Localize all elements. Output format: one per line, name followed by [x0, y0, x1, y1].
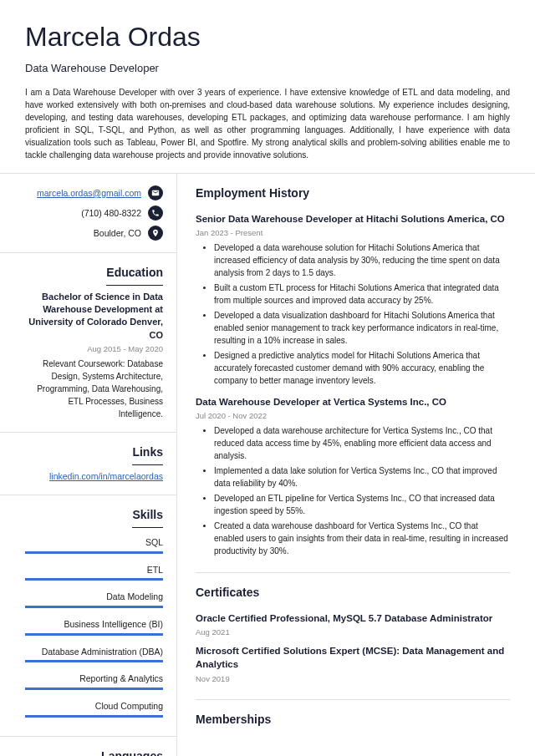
employment-heading: Employment History: [196, 185, 510, 205]
skill-bar: [25, 715, 163, 718]
education-body: Relevant Coursework: Database Design, Sy…: [25, 358, 163, 420]
skill-item: ETL: [25, 561, 163, 576]
skill-bar: [25, 606, 163, 608]
job-title-heading: Data Warehouse Developer: [25, 61, 510, 76]
skills-heading: Skills: [132, 507, 163, 528]
links-section: Links linkedin.com/in/marcelaordas: [0, 433, 176, 495]
memberships-section: Memberships: [196, 699, 510, 732]
skill-bar: [25, 578, 163, 581]
skills-list: SQLETLData ModelingBusiness Intelligence…: [25, 533, 163, 718]
skill-item: Reporting & Analytics: [25, 669, 163, 685]
certificate-title: Oracle Certified Professional, MySQL 5.7…: [196, 611, 510, 625]
contact-section: marcela.ordas@gmail.com (710) 480-8322 B…: [0, 174, 176, 253]
skill-bar: [25, 688, 163, 690]
job-bullets: Developed a data warehouse solution for …: [196, 241, 510, 387]
certificate-date: Nov 2019: [196, 673, 510, 684]
job-bullet: Designed a predictive analytics model fo…: [214, 349, 510, 387]
job-bullet: Developed a data warehouse architecture …: [214, 424, 510, 462]
languages-section: Languages: [0, 737, 176, 756]
job-bullet: Developed an ETL pipeline for Vertica Sy…: [214, 492, 510, 517]
main-content: Employment History Senior Data Warehouse…: [177, 174, 535, 756]
job-bullet: Created a data warehouse dashboard for V…: [214, 520, 510, 557]
job-position: Data Warehouse Developer at Vertica Syst…: [196, 395, 510, 408]
job-block: Data Warehouse Developer at Vertica Syst…: [196, 395, 510, 557]
skill-bar: [25, 551, 163, 554]
location-icon: [148, 226, 163, 241]
linkedin-link[interactable]: linkedin.com/in/marcelaordas: [49, 471, 163, 481]
job-bullet: Built a custom ETL process for Hitachi S…: [214, 282, 510, 307]
job-block: Senior Data Warehouse Developer at Hitac…: [196, 212, 510, 387]
certificate-title: Microsoft Certified Solutions Expert (MC…: [196, 644, 510, 671]
job-bullet: Developed a data warehouse solution for …: [214, 241, 510, 279]
person-name: Marcela Ordas: [25, 18, 510, 56]
certificates-section: Certificates Oracle Certified Profession…: [196, 572, 510, 683]
education-heading: Education: [106, 265, 163, 286]
skill-bar: [25, 633, 163, 636]
education-section: Education Bachelor of Science in Data Wa…: [0, 253, 176, 433]
sidebar: marcela.ordas@gmail.com (710) 480-8322 B…: [0, 174, 177, 756]
employment-section: Employment History Senior Data Warehouse…: [196, 185, 510, 557]
job-bullet: Implemented a data lake solution for Ver…: [214, 464, 510, 490]
job-dates: Jul 2020 - Nov 2022: [196, 410, 510, 421]
location-text: Boulder, CO: [94, 227, 141, 240]
education-degree: Bachelor of Science in Data Warehouse De…: [25, 291, 163, 342]
phone-text: (710) 480-8322: [81, 207, 141, 220]
certificate-block: Oracle Certified Professional, MySQL 5.7…: [196, 611, 510, 637]
phone-icon: [148, 205, 163, 221]
email-link[interactable]: marcela.ordas@gmail.com: [37, 187, 141, 200]
skill-bar: [25, 660, 163, 662]
languages-heading: Languages: [101, 748, 163, 756]
email-icon: [148, 185, 163, 200]
certificates-heading: Certificates: [196, 585, 510, 605]
skills-section: Skills SQLETLData ModelingBusiness Intel…: [0, 495, 176, 736]
skill-item: Database Administration (DBA): [25, 642, 163, 658]
job-dates: Jan 2023 - Present: [196, 227, 510, 238]
summary-text: I am a Data Warehouse Developer with ove…: [25, 86, 510, 161]
job-position: Senior Data Warehouse Developer at Hitac…: [196, 212, 510, 226]
skill-item: SQL: [25, 533, 163, 549]
job-bullets: Developed a data warehouse architecture …: [196, 424, 510, 557]
skill-item: Cloud Computing: [25, 697, 163, 713]
skill-item: Data Modeling: [25, 587, 163, 603]
skill-item: Business Intelligence (BI): [25, 615, 163, 631]
job-bullet: Developed a data visualization dashboard…: [214, 309, 510, 347]
memberships-heading: Memberships: [196, 712, 510, 732]
links-heading: Links: [132, 444, 163, 465]
certificate-block: Microsoft Certified Solutions Expert (MC…: [196, 644, 510, 683]
certificate-date: Aug 2021: [196, 627, 510, 637]
education-dates: Aug 2015 - May 2020: [25, 343, 163, 354]
